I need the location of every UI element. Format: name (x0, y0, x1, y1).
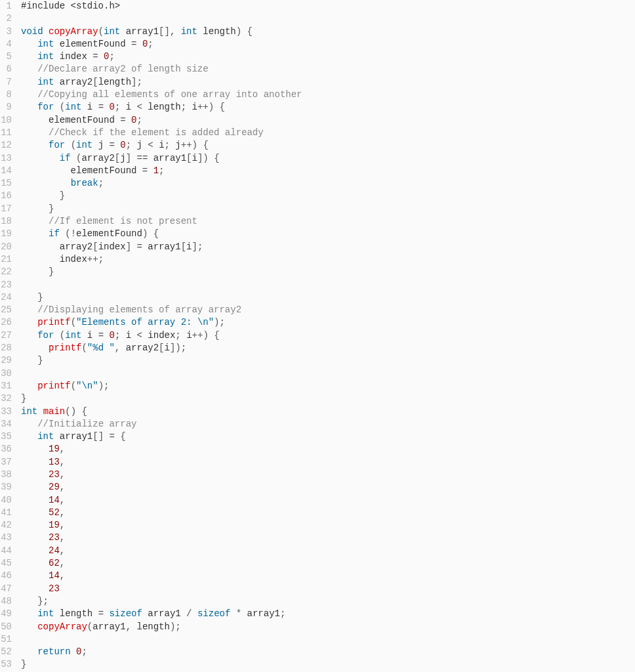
token-id: index (142, 330, 175, 341)
token-id (21, 190, 60, 201)
token-pn: , (60, 520, 65, 530)
token-op: < (148, 140, 153, 150)
token-pn: , (115, 343, 126, 353)
token-pn: ] (126, 242, 137, 252)
line-number: 32 (0, 392, 12, 405)
token-id (21, 330, 37, 341)
line-number: 53 (0, 658, 12, 671)
token-pn: ( (71, 317, 76, 327)
token-op: ++ (87, 254, 98, 264)
line-number: 22 (0, 266, 12, 278)
token-op: = (109, 140, 114, 150)
line-number: 2 (0, 12, 12, 25)
line-number: 40 (0, 494, 12, 507)
code-line: int elementFound = 0; (21, 38, 635, 51)
code-line: int main() { (21, 406, 635, 418)
token-pn: [ (115, 153, 120, 163)
token-pn: ; (148, 39, 153, 49)
token-pn: , (60, 570, 65, 581)
token-op: * (236, 608, 241, 619)
token-kw: for (37, 102, 54, 112)
token-id (21, 381, 37, 391)
token-id (21, 266, 49, 277)
token-num: 24 (49, 545, 60, 556)
token-pn: ); (98, 381, 110, 391)
code-line: } (21, 291, 635, 304)
token-id (126, 115, 131, 125)
code-line: //If element is not present (21, 215, 635, 228)
token-pn: } (37, 292, 43, 303)
token-id (21, 140, 49, 150)
code-line: int index = 0; (21, 51, 635, 63)
token-fn: printf (37, 317, 70, 327)
token-pn: ( (87, 621, 92, 632)
token-cm: //If element is not present (49, 216, 197, 226)
token-kw: int (21, 406, 37, 417)
token-pn: ; (126, 140, 137, 150)
token-pn: ; (115, 330, 126, 341)
line-number: 25 (0, 304, 12, 316)
code-line: //Displaying elements of array array2 (21, 304, 635, 316)
token-pn: , (60, 558, 65, 568)
token-id (21, 64, 37, 74)
token-op: ! (71, 228, 76, 239)
token-op: = (109, 431, 114, 442)
token-kw: break (71, 178, 98, 188)
code-line: int length = sizeof array1 / sizeof * ar… (21, 608, 635, 620)
token-kw: int (37, 77, 54, 87)
token-pn: ( (71, 381, 76, 391)
token-pn: ( (60, 330, 65, 341)
code-line: elementFound = 0; (21, 114, 635, 127)
token-id: i (186, 330, 192, 341)
token-kw: for (49, 140, 65, 150)
line-number: 41 (0, 507, 12, 519)
line-number: 37 (0, 456, 12, 469)
token-num: 0 (110, 102, 115, 112)
code-line: printf("\n"); (21, 380, 635, 392)
token-pn: ( (60, 102, 65, 112)
token-cm: //Initialize array (37, 419, 136, 429)
token-num: 0 (110, 330, 115, 341)
token-num: 0 (120, 140, 125, 150)
token-op: = (136, 242, 142, 252)
code-line: //Initialize array (21, 418, 635, 430)
code-line: 62, (21, 557, 635, 570)
token-id: elementFound (54, 39, 131, 49)
token-id (230, 608, 236, 619)
token-pn: , (60, 482, 65, 492)
line-number: 12 (0, 139, 12, 152)
line-number: 48 (0, 595, 12, 608)
token-id: j (137, 140, 148, 150)
token-pn: ]; (131, 77, 142, 87)
token-pn: () { (65, 406, 87, 417)
token-id (21, 317, 37, 327)
token-id (21, 583, 49, 594)
token-id: length (98, 77, 131, 87)
code-line (21, 368, 635, 380)
line-number: 6 (0, 63, 12, 75)
token-num: 62 (49, 558, 60, 568)
token-pn: } (49, 266, 54, 277)
token-id (21, 469, 49, 480)
line-number: 36 (0, 443, 12, 455)
code-line: } (21, 190, 635, 202)
token-pn: , (60, 507, 65, 518)
token-id (21, 431, 37, 442)
token-pn: ]; (192, 242, 203, 252)
token-id: j (175, 140, 180, 150)
line-number: 33 (0, 406, 12, 418)
line-number-gutter: 1234567891011121314151617181920212223242… (0, 0, 16, 671)
token-id (21, 596, 37, 606)
token-pn: ( (71, 140, 76, 150)
token-id: i (192, 102, 197, 112)
code-line: //Check if the element is added already (21, 127, 635, 139)
code-line: return 0; (21, 646, 635, 658)
line-number: 7 (0, 76, 12, 89)
line-number: 44 (0, 545, 12, 557)
token-id (21, 153, 60, 163)
token-id (21, 77, 37, 87)
code-line: void copyArray(int array1[], int length)… (21, 26, 635, 38)
token-pn: , (60, 457, 65, 467)
token-kw: for (37, 330, 54, 341)
token-id (21, 102, 37, 112)
